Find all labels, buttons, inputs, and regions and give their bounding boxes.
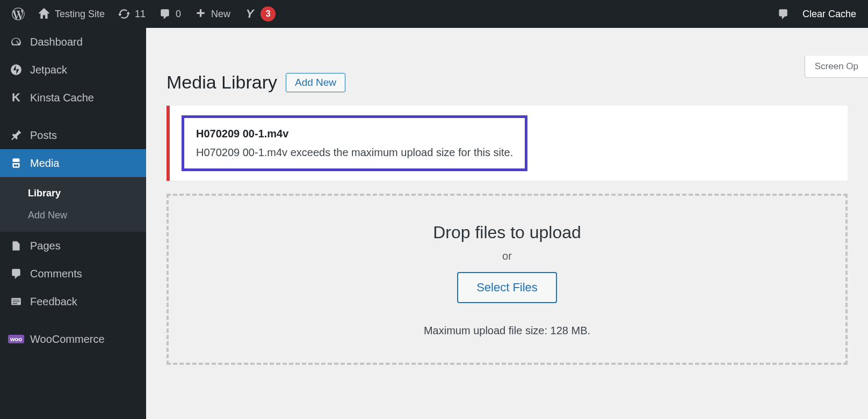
- sidebar-item-label: Posts: [30, 129, 57, 142]
- wordpress-icon: [12, 8, 25, 20]
- sidebar-item-media[interactable]: Media: [0, 149, 146, 177]
- update-icon: [118, 8, 131, 20]
- admin-sidebar: Dashboard Jetpack K Kinsta Cache Posts M…: [0, 28, 146, 378]
- admin-bar: Testing Site 11 0 New Y 3 Clear Cache: [0, 0, 868, 28]
- new-content-link[interactable]: New: [187, 0, 237, 28]
- yoast-icon: Y: [243, 8, 256, 20]
- updates-link[interactable]: 11: [111, 0, 152, 28]
- jetpack-icon: [10, 63, 23, 76]
- menu-separator: [0, 112, 146, 121]
- sidebar-item-kinsta[interactable]: K Kinsta Cache: [0, 84, 146, 112]
- sidebar-item-label: Comments: [30, 268, 82, 280]
- yoast-badge: 3: [261, 6, 276, 21]
- woocommerce-icon: woo: [10, 333, 23, 346]
- error-filename: H070209 00-1.m4v: [196, 128, 513, 140]
- media-uploader-dropzone[interactable]: Drop files to upload or Select Files Max…: [167, 194, 848, 365]
- comments-icon: [158, 8, 171, 20]
- site-name: Testing Site: [55, 9, 105, 20]
- main-content: Screen Op Media Library Add New H070209 …: [146, 56, 868, 365]
- dashboard-icon: [10, 35, 23, 48]
- sidebar-item-label: Pages: [30, 240, 61, 252]
- sidebar-item-label: WooCommerce: [30, 333, 105, 346]
- sidebar-item-comments[interactable]: Comments: [0, 260, 146, 288]
- updates-count: 11: [135, 9, 146, 20]
- upload-error-notice: H070209 00-1.m4v H070209 00-1.m4v exceed…: [167, 106, 848, 181]
- plus-icon: [194, 8, 207, 20]
- kinsta-icon: K: [10, 91, 23, 104]
- comments-count: 0: [176, 9, 181, 20]
- pin-icon: [10, 129, 23, 142]
- error-message: H070209 00-1.m4v exceeds the maximum upl…: [196, 146, 513, 159]
- sidebar-item-label: Dashboard: [30, 36, 83, 48]
- menu-separator: [0, 315, 146, 325]
- wp-logo[interactable]: [5, 0, 31, 28]
- pages-icon: [10, 239, 23, 252]
- media-submenu: Library Add New: [0, 177, 146, 232]
- home-icon: [38, 8, 50, 20]
- notifications-link[interactable]: [770, 0, 796, 28]
- site-name-link[interactable]: Testing Site: [31, 0, 111, 28]
- comments-link[interactable]: 0: [152, 0, 187, 28]
- sidebar-item-label: Jetpack: [30, 64, 67, 76]
- yoast-link[interactable]: Y 3: [237, 0, 282, 28]
- notification-icon: [777, 8, 790, 20]
- max-upload-size: Maximum upload file size: 128 MB.: [179, 325, 835, 337]
- select-files-button[interactable]: Select Files: [457, 272, 557, 303]
- sidebar-item-label: Media: [30, 157, 59, 170]
- svg-point-0: [11, 64, 21, 75]
- sidebar-item-posts[interactable]: Posts: [0, 121, 146, 149]
- sidebar-item-feedback[interactable]: Feedback: [0, 288, 146, 315]
- submenu-item-add-new[interactable]: Add New: [0, 204, 146, 226]
- comments-icon: [10, 267, 23, 280]
- error-highlight-box: H070209 00-1.m4v H070209 00-1.m4v exceed…: [182, 115, 527, 171]
- submenu-item-library[interactable]: Library: [0, 182, 146, 204]
- clear-cache-label: Clear Cache: [802, 9, 856, 20]
- sidebar-item-woocommerce[interactable]: woo WooCommerce: [0, 325, 146, 353]
- feedback-icon: [10, 295, 23, 308]
- sidebar-item-label: Kinsta Cache: [30, 92, 94, 104]
- add-new-button[interactable]: Add New: [286, 73, 345, 92]
- page-header: Media Library Add New: [146, 56, 868, 106]
- media-icon: [10, 157, 23, 170]
- sidebar-item-dashboard[interactable]: Dashboard: [0, 28, 146, 56]
- sidebar-item-pages[interactable]: Pages: [0, 232, 146, 260]
- clear-cache-link[interactable]: Clear Cache: [796, 0, 863, 28]
- page-title: Media Library: [167, 72, 277, 93]
- sidebar-item-jetpack[interactable]: Jetpack: [0, 56, 146, 84]
- drop-title: Drop files to upload: [179, 223, 835, 242]
- screen-options-tab[interactable]: Screen Op: [805, 56, 868, 78]
- drop-or-label: or: [179, 250, 835, 262]
- new-label: New: [211, 9, 230, 20]
- sidebar-item-label: Feedback: [30, 296, 77, 308]
